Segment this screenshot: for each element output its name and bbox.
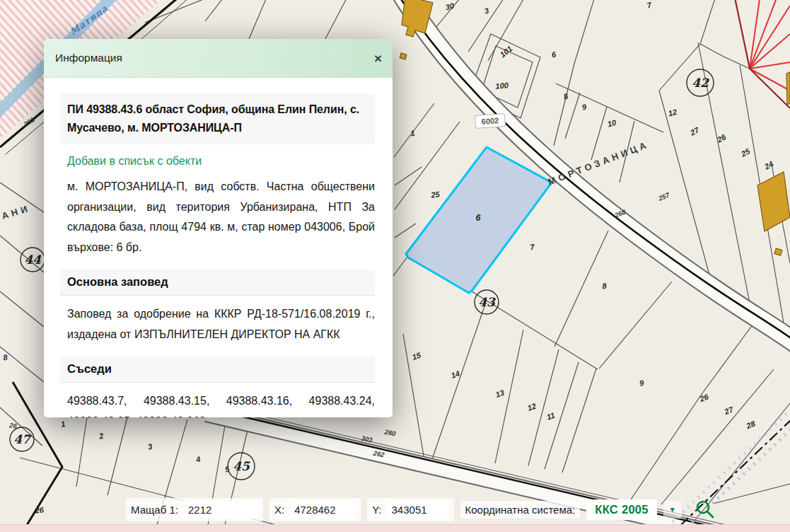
y-coordinate-group: Y:: [367, 498, 453, 521]
map-label: 47: [13, 432, 32, 446]
search-button[interactable]: [694, 499, 715, 520]
map-toolbar: Мащаб 1: X: Y: Координатна система: ККС …: [126, 497, 715, 521]
info-panel-header: Информация ×: [44, 39, 393, 78]
x-coordinate-group: X:: [269, 498, 361, 521]
info-panel-body: ПИ 49388.43.6 област София, община Елин …: [44, 78, 393, 417]
parcel-heading: ПИ 49388.43.6 област София, община Елин …: [60, 93, 375, 144]
svg-text:6002: 6002: [481, 116, 499, 126]
x-coordinate-input[interactable]: [289, 501, 356, 519]
crs-label: Координатна система:: [465, 504, 576, 516]
scale-input[interactable]: [183, 501, 258, 519]
neighbors-section-header: Съседи: [60, 357, 375, 383]
panel-title: Информация: [55, 52, 122, 64]
app-stage: 6002 МОРТОЗАНИЦА ОЗАНИ Матица 3037101100…: [0, 0, 790, 532]
map-label: 6: [476, 213, 482, 223]
crs-group: Координатна система:: [460, 501, 581, 519]
scale-label: Мащаб 1:: [131, 504, 178, 516]
scale-group: Мащаб 1:: [126, 498, 263, 521]
x-label: X:: [274, 504, 284, 516]
y-coordinate-input[interactable]: [387, 501, 449, 519]
map-label: 44: [24, 253, 42, 267]
chevron-down-icon[interactable]: ▼: [663, 501, 682, 519]
order-text: Заповед за одобрение на КККР РД-18-571/1…: [67, 304, 375, 345]
map-label: 25: [430, 190, 441, 200]
road-number-badge: 6002: [475, 114, 505, 129]
y-label: Y:: [372, 504, 381, 516]
crs-select[interactable]: ККС 2005: [586, 499, 657, 520]
bottom-pink-strip: [0, 524, 790, 532]
map-label: 100: [495, 81, 509, 91]
info-panel: Информация × ПИ 49388.43.6 област София,…: [44, 39, 393, 417]
add-to-object-list-link[interactable]: Добави в списък с обекти: [67, 155, 202, 168]
parcel-description: м. МОРТОЗАНИЦА-П, вид собств. Частна общ…: [67, 177, 375, 258]
map-label: 42: [692, 76, 709, 90]
map-label: 43: [478, 295, 496, 309]
neighbors-text: 49388.43.7, 49388.43.15, 49388.43.16, 49…: [67, 391, 375, 417]
map-label: 45: [233, 459, 250, 473]
crs-value: ККС 2005: [595, 503, 649, 516]
map-label: 26: [34, 505, 45, 514]
search-icon: [694, 499, 715, 520]
close-icon[interactable]: ×: [374, 52, 382, 65]
order-section-header: Основна заповед: [60, 270, 375, 296]
